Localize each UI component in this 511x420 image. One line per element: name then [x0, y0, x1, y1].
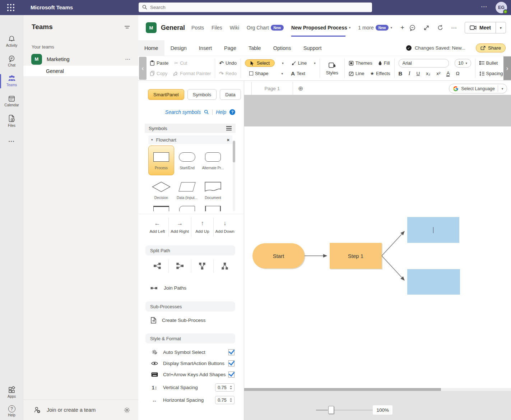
redo-button[interactable]: ↷Redo: [219, 70, 237, 77]
tab-wiki[interactable]: Wiki: [230, 25, 239, 31]
symbol-partial[interactable]: [148, 206, 174, 211]
vertical-spacing-stepper[interactable]: 0.75: [215, 383, 234, 392]
rail-item-chat[interactable]: Chat: [0, 55, 23, 67]
add-tab-button[interactable]: +: [400, 24, 404, 32]
symbol-partial[interactable]: [174, 206, 200, 211]
expand-icon[interactable]: [423, 25, 429, 31]
copy-button[interactable]: Copy: [150, 71, 167, 76]
display-smartaction-checkbox[interactable]: [228, 360, 234, 366]
tab-files[interactable]: Files: [212, 25, 222, 31]
channel-row-general[interactable]: General: [23, 66, 138, 76]
tab-posts[interactable]: Posts: [191, 25, 204, 31]
horizontal-scrollbar[interactable]: [244, 388, 511, 391]
drawing-page[interactable]: Start Step 1: [244, 126, 511, 388]
ribbon-tab-design[interactable]: Design: [164, 40, 193, 56]
select-dropdown-icon[interactable]: ▾: [282, 61, 284, 65]
stepper-arrows-icon[interactable]: [229, 386, 234, 389]
rail-item-teams[interactable]: Teams: [0, 75, 23, 87]
symbol-data-input[interactable]: Data (Input...: [174, 175, 200, 205]
team-row-marketing[interactable]: M Marketing ⋯: [23, 52, 138, 66]
add-up-button[interactable]: ↑Add Up: [191, 217, 214, 237]
help-link[interactable]: Help: [216, 109, 226, 115]
rail-item-calendar[interactable]: Calendar: [0, 95, 23, 107]
shape-dropdown-icon[interactable]: ▾: [282, 72, 283, 75]
cut-button[interactable]: ✂Cut: [174, 60, 187, 66]
select-language-button[interactable]: Select Language ▾: [449, 84, 507, 93]
superscript-button[interactable]: x²: [436, 71, 440, 76]
ribbon-tab-home[interactable]: Home: [138, 40, 164, 56]
add-right-button[interactable]: →Add Right: [168, 217, 191, 237]
tab-data[interactable]: Data: [220, 89, 241, 100]
symbols-scrollbar[interactable]: [233, 140, 235, 211]
symbol-start-end[interactable]: Start/End: [174, 146, 200, 175]
select-tool-button[interactable]: Select: [245, 59, 275, 67]
symbol-document[interactable]: Document: [200, 175, 226, 205]
rail-item-apps[interactable]: Apps: [0, 386, 23, 398]
rail-more-icon[interactable]: •••: [0, 139, 23, 143]
spacing-button[interactable]: Spacing: [479, 71, 503, 76]
symbol-decision[interactable]: Decision: [148, 175, 174, 205]
format-painter-button[interactable]: Format Painter: [173, 71, 211, 76]
team-more-icon[interactable]: ⋯: [125, 56, 130, 63]
horizontal-scrollbar-thumb[interactable]: [244, 388, 441, 391]
ribbon-tab-insert[interactable]: Insert: [193, 40, 218, 56]
toolbar-scroll-right-button[interactable]: ›: [503, 56, 511, 80]
help-question-icon[interactable]: ?: [229, 109, 235, 115]
ribbon-tab-options[interactable]: Options: [267, 40, 297, 56]
auto-symbol-select-checkbox[interactable]: [228, 349, 234, 355]
subscript-button[interactable]: x₂: [426, 71, 430, 76]
add-left-button[interactable]: ←Add Left: [146, 217, 168, 237]
line-tool-button[interactable]: Line: [292, 60, 307, 66]
meet-button[interactable]: Meet ▾: [465, 22, 506, 33]
line-style-button[interactable]: Line: [349, 71, 364, 76]
tab-1-more[interactable]: 1 moreNew▾: [358, 25, 392, 31]
bullet-button[interactable]: Bullet: [479, 60, 498, 66]
node-step1[interactable]: Step 1: [330, 243, 382, 269]
symbols-menu-icon[interactable]: [226, 126, 232, 130]
zoom-slider-track[interactable]: [333, 410, 373, 411]
rail-item-files[interactable]: Files: [0, 114, 23, 128]
insert-symbol-button[interactable]: Ω: [456, 71, 459, 76]
rail-item-activity[interactable]: Activity: [0, 35, 23, 47]
page-tab[interactable]: Page 1: [251, 82, 293, 95]
split-down-button[interactable]: [191, 260, 214, 273]
share-button[interactable]: Share: [476, 43, 506, 52]
collapse-icon[interactable]: ▾: [151, 138, 153, 142]
search-symbols-icon[interactable]: [204, 110, 209, 115]
remove-group-icon[interactable]: ×: [227, 137, 229, 143]
zoom-slider-track[interactable]: [316, 410, 328, 411]
tab-org-chart[interactable]: Org ChartNew: [247, 25, 284, 31]
zoom-slider-thumb[interactable]: [328, 406, 334, 414]
ctrl-arrow-keys-checkbox[interactable]: [228, 371, 234, 378]
line-dropdown-icon[interactable]: ▾: [314, 61, 316, 65]
ribbon-tab-support[interactable]: Support: [297, 40, 328, 56]
ribbon-tab-table[interactable]: Table: [242, 40, 267, 56]
styles-button[interactable]: Styles: [326, 61, 338, 75]
search-input[interactable]: [150, 5, 351, 10]
paste-button[interactable]: Paste: [150, 60, 168, 66]
bold-button[interactable]: B: [399, 70, 403, 77]
filter-icon[interactable]: [124, 25, 130, 30]
undo-button[interactable]: ↶Undo: [219, 60, 237, 66]
italic-button[interactable]: I: [408, 70, 410, 77]
symbol-alternate-process[interactable]: Alternate Pr...: [200, 146, 226, 175]
search-symbols-link[interactable]: Search symbols: [165, 109, 201, 115]
split-right-button[interactable]: [146, 260, 168, 273]
themes-button[interactable]: Themes: [349, 60, 372, 66]
underline-button[interactable]: U: [416, 71, 420, 76]
tab-smartpanel[interactable]: SmartPanel: [148, 89, 184, 100]
split-up-button[interactable]: [213, 260, 236, 273]
fill-button[interactable]: Fill: [378, 60, 390, 66]
rail-item-help[interactable]: ? Help: [0, 405, 23, 417]
horizontal-spacing-stepper[interactable]: 0.75: [215, 396, 234, 404]
tab-symbols[interactable]: Symbols: [187, 89, 217, 100]
shape-tool-button[interactable]: Shape: [249, 71, 269, 76]
join-or-create-team-button[interactable]: Join or create a team: [47, 407, 96, 413]
toolbar-scroll-left-button[interactable]: ‹: [139, 57, 147, 80]
tab-new-proposed-process[interactable]: New Proposed Process▾: [291, 25, 350, 31]
manage-teams-gear-icon[interactable]: [124, 407, 130, 414]
stepper-arrows-icon[interactable]: [229, 398, 234, 402]
avatar[interactable]: EG ✓: [496, 2, 507, 13]
meet-dropdown-icon[interactable]: ▾: [496, 26, 506, 30]
waffle-menu-icon[interactable]: [7, 4, 14, 11]
